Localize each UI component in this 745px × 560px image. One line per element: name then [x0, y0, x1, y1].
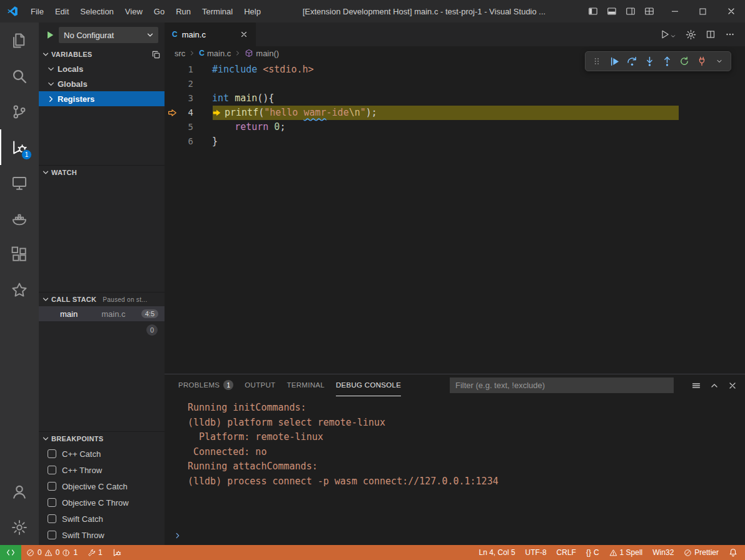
- breakpoint-checkbox[interactable]: [48, 498, 56, 507]
- close-button[interactable]: [717, 0, 745, 22]
- debug-status[interactable]: [108, 545, 126, 560]
- sidebar-item-run-debug[interactable]: 1: [0, 129, 39, 165]
- console-filter-input[interactable]: [450, 378, 674, 393]
- menu-terminal[interactable]: Terminal: [196, 7, 238, 16]
- restart-icon: [679, 56, 689, 66]
- breakpoint-item[interactable]: Objective C Catch: [39, 478, 165, 494]
- encoding-status[interactable]: UTF-8: [520, 545, 552, 560]
- step-over-button[interactable]: [624, 53, 640, 69]
- sidebar-item-extensions[interactable]: [0, 236, 39, 272]
- warning-icon: [44, 549, 53, 557]
- sidebar-item-remote-explorer[interactable]: [0, 165, 39, 201]
- sidebar-item-search[interactable]: [0, 58, 39, 94]
- tab-terminal[interactable]: TERMINAL: [286, 374, 325, 396]
- close-panel-button[interactable]: [727, 381, 737, 391]
- breakpoint-item[interactable]: Swift Throw: [39, 527, 165, 543]
- variables-scope-registers[interactable]: Registers: [39, 91, 165, 106]
- breakpoints-section: BREAKPOINTS C++ Catch C++ Throw Objectiv…: [39, 431, 165, 545]
- line-number: 3: [177, 91, 193, 106]
- sidebar-item-source-control[interactable]: [0, 94, 39, 129]
- variables-scope-globals[interactable]: Globals: [39, 76, 165, 91]
- eol-status[interactable]: CRLF: [552, 545, 581, 560]
- tab-debug-console[interactable]: DEBUG CONSOLE: [336, 374, 401, 396]
- toggle-sidebar-button[interactable]: [588, 6, 598, 16]
- breakpoint-item[interactable]: C++ Catch: [39, 446, 165, 462]
- maximize-panel-button[interactable]: [709, 381, 719, 391]
- breakpoint-checkbox[interactable]: [48, 466, 56, 474]
- tools-status[interactable]: 1: [83, 545, 108, 560]
- step-out-button[interactable]: [659, 53, 675, 69]
- breakpoint-checkbox[interactable]: [48, 531, 56, 539]
- breadcrumb-file[interactable]: C main.c: [199, 49, 231, 58]
- menu-edit[interactable]: Edit: [49, 7, 74, 16]
- c-file-icon: C: [172, 30, 178, 39]
- sidebar-item-explorer[interactable]: [0, 22, 39, 58]
- variables-scope-locals[interactable]: Locals: [39, 61, 165, 76]
- start-debugging-button[interactable]: [45, 30, 55, 40]
- editor-settings-button[interactable]: [686, 29, 696, 40]
- menu-file[interactable]: File: [25, 7, 49, 16]
- notifications-button[interactable]: [724, 545, 745, 560]
- breakpoint-checkbox[interactable]: [48, 449, 56, 458]
- star-icon: [11, 282, 28, 298]
- breakpoint-label: Swift Throw: [62, 531, 104, 540]
- minimize-button[interactable]: [661, 0, 689, 22]
- code-editor[interactable]: 1 #include <stdio.h> 2 3 int main(){ 4: [165, 60, 745, 374]
- spell-checker-status[interactable]: 1 Spell: [604, 545, 648, 560]
- warning-icon: [609, 549, 617, 557]
- split-editor-button[interactable]: [706, 29, 716, 39]
- problems-status[interactable]: 0 0 1: [21, 545, 83, 560]
- maximize-button[interactable]: [689, 0, 717, 22]
- run-file-button[interactable]: [660, 29, 676, 39]
- tab-main-c[interactable]: C main.c: [165, 22, 256, 46]
- console-input[interactable]: [165, 528, 745, 543]
- watch-header[interactable]: WATCH: [39, 166, 165, 179]
- variables-header[interactable]: VARIABLES: [39, 48, 165, 61]
- language-mode[interactable]: {} C: [581, 545, 604, 560]
- formatter-status[interactable]: Prettier: [679, 545, 724, 560]
- breakpoint-item[interactable]: Swift Catch: [39, 511, 165, 527]
- debug-config-dropdown[interactable]: No Configurat: [59, 27, 158, 43]
- run-icon: [660, 29, 670, 39]
- continue-button[interactable]: [606, 53, 622, 69]
- toggle-panel-button[interactable]: [607, 6, 617, 16]
- menu-selection[interactable]: Selection: [74, 7, 119, 16]
- code-token: int: [212, 91, 229, 106]
- toolbar-drag-handle[interactable]: [589, 53, 605, 69]
- debug-toolbar-more-button[interactable]: [711, 53, 727, 69]
- call-stack-header[interactable]: CALL STACK Paused on st...: [39, 292, 165, 306]
- platform-status[interactable]: Win32: [647, 545, 679, 560]
- breadcrumb-folder[interactable]: src: [175, 49, 185, 58]
- restart-button[interactable]: [676, 53, 692, 69]
- breakpoint-checkbox[interactable]: [48, 514, 56, 523]
- tab-close-button[interactable]: [240, 30, 248, 39]
- tab-problems[interactable]: PROBLEMS 1: [178, 374, 233, 396]
- breadcrumb-symbol[interactable]: main(): [245, 49, 279, 58]
- console-line: Platform: remote-linux: [188, 430, 745, 445]
- settings-button[interactable]: [0, 509, 39, 545]
- breakpoint-checkbox[interactable]: [48, 482, 56, 491]
- toggle-secondary-sidebar-button[interactable]: [626, 6, 636, 16]
- remote-indicator[interactable]: [0, 545, 21, 560]
- menu-help[interactable]: Help: [238, 7, 266, 16]
- menu-run[interactable]: Run: [170, 7, 196, 16]
- sidebar-item-docker[interactable]: [0, 201, 39, 236]
- breakpoint-item[interactable]: Objective C Throw: [39, 494, 165, 511]
- breakpoint-gutter[interactable]: [165, 108, 177, 118]
- breakpoint-item[interactable]: C++ Throw: [39, 462, 165, 478]
- customize-layout-button[interactable]: [644, 6, 654, 16]
- accounts-button[interactable]: [0, 474, 39, 509]
- more-actions-button[interactable]: [725, 29, 735, 39]
- step-into-button[interactable]: [641, 53, 657, 69]
- collapse-all-button[interactable]: [151, 50, 161, 59]
- stack-frame-row[interactable]: main main.c 4:5: [39, 306, 165, 321]
- menu-view[interactable]: View: [119, 7, 148, 16]
- breakpoints-header[interactable]: BREAKPOINTS: [39, 432, 165, 446]
- sidebar-item-favorites[interactable]: [0, 272, 39, 308]
- console-options-button[interactable]: [691, 381, 701, 391]
- code-line: 3 int main(){: [165, 91, 745, 106]
- cursor-position[interactable]: Ln 4, Col 5: [474, 545, 520, 560]
- disconnect-button[interactable]: [694, 53, 710, 69]
- menu-go[interactable]: Go: [148, 7, 170, 16]
- tab-output[interactable]: OUTPUT: [245, 374, 275, 396]
